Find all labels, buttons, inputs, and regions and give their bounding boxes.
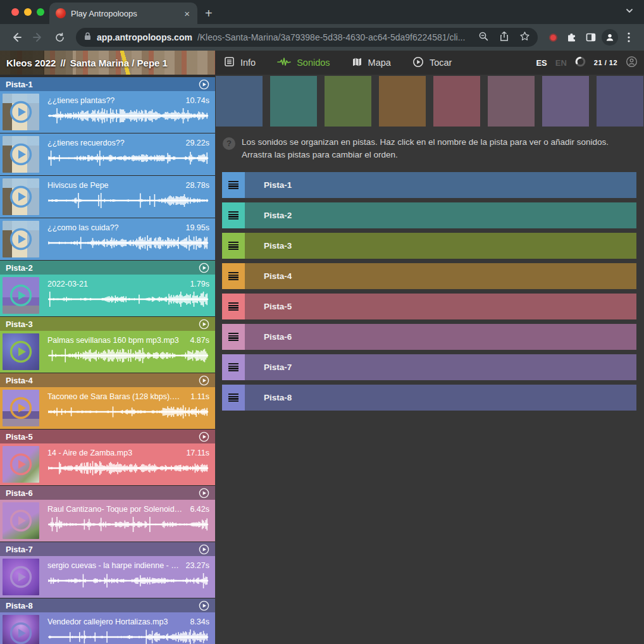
track-row-pista-6[interactable]: Pista-6 [222, 324, 636, 350]
minimize-window-button[interactable] [24, 8, 32, 16]
clip-waveform[interactable] [47, 291, 209, 307]
track-header-pista-6[interactable]: Pista-6 [0, 486, 215, 500]
play-track-icon[interactable] [199, 79, 209, 90]
back-icon[interactable] [6, 27, 27, 47]
forward-icon[interactable] [28, 27, 48, 47]
tab-sonidos[interactable]: Sonidos [277, 57, 330, 69]
zoom-out-icon[interactable] [478, 31, 489, 44]
reload-icon[interactable] [49, 27, 70, 47]
swatch-pista-6[interactable] [488, 76, 535, 127]
clip-thumbnail[interactable] [3, 390, 39, 426]
clip-waveform[interactable] [47, 235, 209, 251]
clip-thumbnail[interactable] [3, 94, 39, 130]
track-row-pista-5[interactable]: Pista-5 [222, 294, 636, 319]
clip-thumbnail[interactable] [3, 277, 39, 314]
track-row-pista-8[interactable]: Pista-8 [222, 385, 636, 411]
clip-waveform[interactable] [47, 192, 209, 209]
track-row-bar[interactable]: Pista-7 [245, 354, 636, 380]
clip-thumbnail[interactable] [3, 502, 39, 539]
swatch-pista-5[interactable] [433, 76, 480, 127]
browser-profile-avatar[interactable] [601, 28, 619, 46]
drag-handle[interactable] [222, 385, 245, 411]
play-track-icon[interactable] [199, 319, 209, 330]
project-banner[interactable]: Kleos 2022//Santa Marina / Pepe 1 [0, 51, 215, 75]
maximize-window-button[interactable] [37, 8, 44, 16]
browser-tab[interactable]: Play Antropoloops × [49, 3, 197, 24]
tab-close-icon[interactable]: × [183, 9, 191, 18]
clip-waveform[interactable] [47, 629, 209, 644]
side-panel-icon[interactable] [582, 28, 600, 46]
audio-clip[interactable]: ¿¿tienes recuerdos??29.22s [0, 133, 215, 175]
play-track-icon[interactable] [199, 431, 209, 442]
lang-en-button[interactable]: EN [555, 58, 567, 68]
clip-waveform[interactable] [47, 150, 209, 166]
clip-thumbnail[interactable] [3, 178, 39, 215]
audio-clip[interactable]: Hiviscus de Pepe28.78s [0, 176, 215, 218]
account-icon[interactable] [626, 56, 638, 70]
drag-handle[interactable] [222, 202, 245, 228]
new-tab-button[interactable]: + [205, 7, 213, 20]
swatch-pista-8[interactable] [597, 76, 643, 127]
drag-handle[interactable] [222, 324, 245, 350]
drag-handle[interactable] [222, 233, 245, 259]
audio-clip[interactable]: ¿¿tienes plantas??10.74s [0, 91, 215, 133]
track-header-pista-4[interactable]: Pista-4 [0, 373, 215, 387]
track-header-pista-1[interactable]: Pista-1 [0, 77, 215, 91]
track-header-pista-2[interactable]: Pista-2 [0, 261, 215, 275]
track-header-pista-5[interactable]: Pista-5 [0, 430, 215, 443]
clip-thumbnail[interactable] [3, 333, 39, 370]
audio-clip[interactable]: Vendedor callejero Hortalizas.mp38.34s [0, 612, 215, 644]
track-row-pista-7[interactable]: Pista-7 [222, 354, 636, 380]
swatch-pista-7[interactable] [542, 76, 589, 127]
track-header-pista-3[interactable]: Pista-3 [0, 317, 215, 331]
track-row-bar[interactable]: Pista-1 [245, 172, 636, 198]
track-row-pista-1[interactable]: Pista-1 [222, 172, 636, 198]
track-row-bar[interactable]: Pista-5 [245, 294, 636, 319]
audio-clip[interactable]: Palmas sevillanas 160 bpm mp3.mp34.87s [0, 331, 215, 373]
audio-clip[interactable]: 2022-03-211.79s [0, 275, 215, 316]
bookmark-star-icon[interactable] [519, 31, 530, 44]
play-track-icon[interactable] [199, 488, 209, 498]
recording-extension-icon[interactable] [544, 28, 562, 46]
play-track-icon[interactable] [199, 544, 209, 555]
track-row-pista-4[interactable]: Pista-4 [222, 263, 636, 289]
track-row-pista-2[interactable]: Pista-2 [222, 202, 636, 228]
drag-handle[interactable] [222, 294, 245, 319]
drag-handle[interactable] [222, 354, 245, 380]
swatch-pista-4[interactable] [379, 76, 426, 127]
play-track-icon[interactable] [199, 600, 209, 611]
tab-search-chevron-icon[interactable] [625, 6, 634, 18]
browser-menu-kebab-icon[interactable] [620, 28, 638, 46]
swatch-pista-3[interactable] [325, 76, 371, 127]
track-row-bar[interactable]: Pista-4 [245, 263, 636, 289]
clip-thumbnail[interactable] [3, 615, 39, 644]
clip-waveform[interactable] [47, 573, 209, 589]
tab-tocar[interactable]: Tocar [412, 56, 452, 70]
play-track-icon[interactable] [199, 263, 209, 273]
tab-mapa[interactable]: Mapa [352, 57, 391, 69]
clip-waveform[interactable] [47, 347, 209, 364]
clip-thumbnail[interactable] [3, 559, 39, 595]
lang-es-button[interactable]: ES [536, 58, 547, 68]
address-bar[interactable]: app.antropoloops.com /Kleos-Santa-Marina… [76, 28, 538, 47]
track-row-bar[interactable]: Pista-3 [245, 233, 636, 259]
track-row-bar[interactable]: Pista-2 [245, 202, 636, 228]
drag-handle[interactable] [222, 263, 245, 289]
audio-clip[interactable]: Raul Cantizano- Toque por Solenoide.mp36… [0, 500, 215, 542]
track-header-pista-8[interactable]: Pista-8 [0, 598, 215, 612]
clip-thumbnail[interactable] [3, 221, 39, 257]
swatch-pista-2[interactable] [270, 76, 317, 127]
extensions-puzzle-icon[interactable] [563, 28, 581, 46]
audio-clip[interactable]: 14 - Aire de Zamba.mp317.11s [0, 443, 215, 485]
track-row-bar[interactable]: Pista-6 [245, 324, 636, 350]
audio-clip[interactable]: ¿¿como las cuida??19.95s [0, 218, 215, 260]
track-row-bar[interactable]: Pista-8 [245, 385, 636, 411]
audio-clip[interactable]: Taconeo de Sara Baras (128 kbps).mp31.11… [0, 387, 215, 429]
close-window-button[interactable] [11, 8, 19, 16]
play-track-icon[interactable] [199, 375, 209, 386]
drag-handle[interactable] [222, 172, 245, 198]
clip-waveform[interactable] [47, 404, 209, 420]
tab-info[interactable]: Info [224, 56, 256, 69]
clip-waveform[interactable] [47, 460, 209, 476]
clip-thumbnail[interactable] [3, 136, 39, 173]
